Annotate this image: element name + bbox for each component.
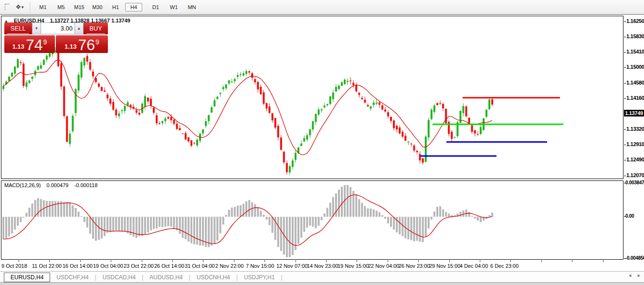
ma-line bbox=[3, 60, 492, 155]
volume-decrease-button[interactable]: ▼ bbox=[32, 22, 41, 34]
timeframe-button-h1[interactable]: H1 bbox=[107, 3, 124, 11]
tab-scroll-left-icon[interactable]: ◄ bbox=[628, 273, 632, 278]
top-toolbar: ❖ ▾ M1M5M15M30H1H4D1W1MN bbox=[0, 0, 644, 14]
price-tick bbox=[624, 145, 626, 145]
date-tick bbox=[234, 260, 234, 262]
sell-button[interactable]: SELL bbox=[4, 22, 32, 34]
date-label: 19 Nov 15:00 bbox=[338, 263, 369, 269]
timeframe-button-w1[interactable]: W1 bbox=[165, 3, 182, 11]
chart-tab-usdchf-h4[interactable]: USDCHF,H4 bbox=[50, 273, 95, 282]
price-tick bbox=[624, 176, 626, 176]
timeframe-button-m5[interactable]: M5 bbox=[53, 3, 70, 11]
date-tick bbox=[449, 260, 450, 262]
macd-header: MACD(12,26,9) 0.000479 -0.000118 bbox=[4, 182, 97, 188]
date-label: 11 Oct 22:00 bbox=[32, 263, 62, 269]
price-tick-label: 1.14580 bbox=[626, 80, 644, 85]
down-arrow-icon: ▼ bbox=[35, 26, 39, 31]
one-click-trade-panel: SELL ▼ ▲ BUY 1.13 74 9 1.13 76 9 bbox=[4, 22, 108, 53]
trend-hline[interactable] bbox=[463, 97, 560, 98]
chart-area: ▲ EURUSD,H4 1.13727 1.13828 1.13667 1.13… bbox=[0, 14, 644, 285]
price-tick bbox=[624, 98, 626, 99]
date-scale[interactable]: 9 Oct 201811 Oct 22:0016 Oct 14:0019 Oct… bbox=[0, 260, 644, 271]
current-price-tag: 1.13749 bbox=[624, 110, 644, 116]
chart-tab-bar: EURUSD,H4USDCHF,H4|USDCAD,H4|AUDUSD,H4|U… bbox=[0, 271, 644, 283]
timeframe-button-m30[interactable]: M30 bbox=[89, 3, 106, 11]
date-label: 26 Nov 23:00 bbox=[399, 263, 430, 269]
date-tick bbox=[296, 260, 296, 262]
date-tick bbox=[19, 260, 19, 262]
date-tick bbox=[142, 260, 142, 262]
price-tick-label: 1.15410 bbox=[626, 49, 644, 54]
timeframe-button-h4[interactable]: H4 bbox=[125, 3, 142, 11]
price-tick bbox=[624, 21, 626, 22]
date-tick bbox=[510, 260, 511, 262]
trend-hline[interactable] bbox=[446, 141, 547, 143]
macd-pane[interactable]: MACD(12,26,9) 0.000479 -0.000118 bbox=[1, 180, 623, 260]
toolbar-grip bbox=[29, 2, 31, 12]
price-tick-label: 1.15830 bbox=[626, 33, 644, 39]
date-tick bbox=[111, 260, 111, 262]
date-tick bbox=[203, 260, 203, 262]
macd-chart[interactable] bbox=[1, 181, 623, 259]
mt4-window: { "toolbar": { "timeframes": ["M1","M5",… bbox=[0, 0, 644, 285]
timeframe-button-m15[interactable]: M15 bbox=[71, 3, 88, 11]
date-label: 29 Nov 15:00 bbox=[429, 263, 460, 269]
buy-quote[interactable]: 1.13 76 9 bbox=[56, 35, 108, 53]
date-tick bbox=[572, 260, 572, 262]
sell-quote[interactable]: 1.13 74 9 bbox=[4, 35, 55, 53]
macd-tick-label: 0.00 bbox=[625, 213, 634, 219]
price-pane[interactable]: ▲ EURUSD,H4 1.13727 1.13828 1.13667 1.13… bbox=[1, 16, 623, 179]
date-label: 2 Nov 22:00 bbox=[215, 263, 243, 269]
date-label: 16 Oct 14:00 bbox=[63, 263, 93, 269]
date-tick bbox=[264, 260, 265, 262]
chart-shift-icon[interactable] bbox=[2, 2, 12, 12]
chart-tab-audusd-h4[interactable]: AUDUSD,H4 bbox=[143, 273, 189, 282]
price-tick-label: 1.12910 bbox=[626, 141, 644, 147]
date-label: 6 Dec 23:00 bbox=[490, 263, 518, 269]
price-tick bbox=[624, 83, 626, 84]
date-label: 7 Nov 15:00 bbox=[246, 263, 274, 269]
price-scale[interactable]: 1.162501.158301.154101.150001.145801.141… bbox=[624, 15, 644, 260]
price-tick bbox=[624, 37, 626, 37]
macd-tick-label: 0.003847 bbox=[625, 180, 644, 185]
date-tick bbox=[80, 260, 81, 262]
price-tick-label: 1.15000 bbox=[626, 64, 644, 70]
trend-hline[interactable] bbox=[421, 155, 496, 157]
date-label: 14 Nov 23:00 bbox=[307, 263, 338, 269]
price-tick-label: 1.13320 bbox=[626, 126, 644, 132]
price-tick bbox=[624, 129, 626, 130]
date-label: 4 Dec 04:00 bbox=[460, 263, 488, 269]
tile-windows-icon[interactable]: ❖ ▾ bbox=[14, 2, 25, 12]
date-label: 19 Oct 04:00 bbox=[93, 263, 123, 269]
date-label: 26 Oct 14:00 bbox=[154, 263, 184, 269]
candles bbox=[2, 47, 493, 175]
trend-hline[interactable] bbox=[433, 124, 563, 125]
up-arrow-icon: ▲ bbox=[77, 26, 81, 31]
date-label: 12 Nov 07:00 bbox=[276, 263, 307, 269]
price-tick bbox=[624, 160, 626, 160]
date-label: 31 Oct 04:00 bbox=[185, 263, 215, 269]
date-label: 22 Nov 04:00 bbox=[368, 263, 399, 269]
tab-separator: | bbox=[281, 274, 282, 281]
price-tick-label: 1.14160 bbox=[626, 95, 644, 101]
chart-tab-usdcnh-h4[interactable]: USDCNH,H4 bbox=[190, 273, 236, 282]
price-tick-label: 1.16250 bbox=[626, 18, 644, 24]
chart-tab-eurusd-h4[interactable]: EURUSD,H4 bbox=[4, 273, 50, 282]
buy-button[interactable]: BUY bbox=[84, 22, 108, 34]
date-tick bbox=[172, 260, 173, 262]
dropdown-caret-icon: ▾ bbox=[21, 5, 24, 10]
date-tick bbox=[603, 260, 603, 262]
chart-tab-usdcad-h4[interactable]: USDCAD,H4 bbox=[96, 273, 142, 282]
timeframe-button-m1[interactable]: M1 bbox=[34, 3, 52, 11]
price-tick-label: 1.12070 bbox=[626, 172, 644, 178]
chart-tab-usdjpy-h1[interactable]: USDJPY,H1 bbox=[238, 273, 281, 282]
tab-scroll-right-icon[interactable]: ► bbox=[637, 273, 641, 278]
volume-input[interactable] bbox=[41, 22, 74, 34]
timeframe-button-d1[interactable]: D1 bbox=[147, 3, 164, 11]
macd-signal-value: -0.000118 bbox=[74, 182, 98, 188]
date-tick bbox=[388, 260, 388, 262]
date-tick bbox=[357, 260, 357, 262]
date-label: 9 Oct 2018 bbox=[1, 263, 27, 269]
volume-increase-button[interactable]: ▲ bbox=[74, 22, 84, 34]
timeframe-button-mn[interactable]: MN bbox=[183, 3, 201, 11]
